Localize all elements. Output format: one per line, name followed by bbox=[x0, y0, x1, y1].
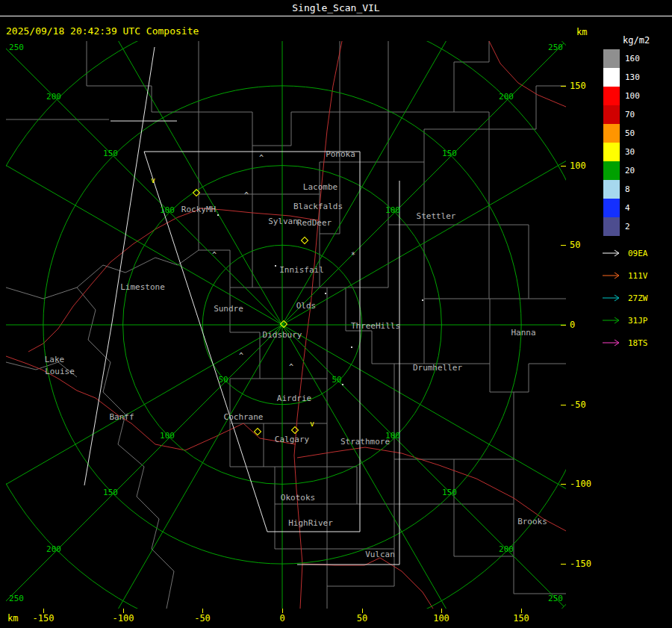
bottom-axis-unit: km bbox=[7, 613, 18, 624]
right-axis-tick bbox=[561, 86, 566, 87]
radar-legend-row: 09EA bbox=[602, 242, 648, 264]
radar-arrow-icon bbox=[602, 293, 624, 302]
azimuth-line bbox=[282, 43, 564, 325]
scale-value-label: 50 bbox=[625, 128, 635, 138]
town-caret-marker: ^ bbox=[259, 154, 264, 162]
radar-id-label: 27ZW bbox=[628, 293, 648, 303]
yellow-v-marker: v bbox=[151, 176, 155, 184]
radar-legend-row: 111V bbox=[602, 264, 648, 287]
radar-footprint-outlines bbox=[84, 47, 399, 565]
scale-level-row: 20 bbox=[603, 161, 640, 180]
bottom-axis-tick-label: -150 bbox=[33, 613, 55, 624]
scale-value-label: 130 bbox=[625, 72, 640, 82]
scale-level-row: 160 bbox=[603, 49, 640, 68]
scale-level-row: 30 bbox=[603, 143, 640, 161]
scale-value-label: 100 bbox=[625, 91, 640, 101]
bottom-axis-tick-label: 100 bbox=[433, 613, 449, 624]
radar-arrow-icon bbox=[602, 249, 624, 258]
bottom-axis-tick-label: -50 bbox=[194, 613, 211, 624]
scale-value-label: 8 bbox=[625, 184, 630, 194]
scale-level-row: 100 bbox=[603, 87, 640, 105]
right-axis-tick-label: 100 bbox=[570, 161, 586, 171]
scale-swatch bbox=[603, 161, 620, 180]
bottom-axis-tick-label: -100 bbox=[113, 613, 134, 624]
scale-value-label: 2 bbox=[625, 222, 630, 231]
radar-app-window: Single_Scan_VIL 2025/09/18 20:42:39 UTC … bbox=[0, 0, 672, 628]
town-dot-marker bbox=[342, 384, 343, 385]
scale-swatch bbox=[603, 68, 620, 87]
radar-map: vv^^^^^* PonokaLacombeBlackfaldsSylvanRe… bbox=[6, 41, 566, 609]
town-caret-marker: ^ bbox=[289, 363, 293, 371]
radar-legend-row: 31JP bbox=[602, 309, 648, 332]
town-dot-marker bbox=[275, 265, 276, 267]
town-star-marker: * bbox=[351, 251, 355, 259]
azimuth-line bbox=[6, 125, 282, 325]
scale-value-label: 4 bbox=[625, 203, 630, 213]
yellow-v-marker: v bbox=[310, 420, 314, 428]
town-caret-marker: ^ bbox=[244, 191, 249, 199]
scale-swatch bbox=[603, 199, 620, 217]
radar-site-marker bbox=[301, 237, 308, 243]
radar-id-label: 09EA bbox=[628, 249, 648, 258]
bottom-axis-tick-label: 150 bbox=[513, 613, 529, 624]
scale-swatch bbox=[603, 143, 620, 161]
radar-site-marker bbox=[291, 426, 298, 433]
map-markers: vv^^^^^* bbox=[151, 154, 423, 435]
radar-arrow-icon bbox=[602, 338, 624, 347]
town-dot-marker bbox=[325, 293, 326, 294]
town-dot-marker bbox=[422, 299, 423, 301]
right-axis-tick-label: -100 bbox=[570, 479, 591, 489]
scale-level-row: 50 bbox=[603, 124, 640, 143]
scale-level-row: 130 bbox=[603, 68, 640, 87]
right-axis-tick-label: -50 bbox=[570, 400, 586, 410]
azimuth-line bbox=[282, 41, 482, 325]
timestamp-label: 2025/09/18 20:42:39 UTC Composite bbox=[6, 25, 199, 37]
right-axis-tick-label: 150 bbox=[570, 81, 586, 91]
title-bar: Single_Scan_VIL bbox=[0, 0, 672, 16]
scale-value-label: 30 bbox=[625, 147, 635, 157]
town-caret-marker: ^ bbox=[212, 251, 217, 259]
scale-swatch bbox=[603, 87, 620, 105]
radar-legend-row: 27ZW bbox=[602, 287, 648, 309]
scale-swatch bbox=[603, 180, 620, 199]
scale-level-row: 4 bbox=[603, 199, 640, 217]
radar-legend-row: 18TS bbox=[602, 332, 648, 354]
scale-level-row: 70 bbox=[603, 105, 640, 124]
color-scale: 16013010070503020842 bbox=[603, 49, 640, 236]
right-axis-tick bbox=[561, 564, 566, 565]
scale-value-label: 70 bbox=[625, 110, 635, 119]
right-axis-tick bbox=[561, 405, 566, 405]
right-axis-tick bbox=[561, 325, 566, 326]
right-axis-unit: km bbox=[576, 27, 587, 37]
scale-swatch bbox=[603, 105, 620, 124]
town-dot-marker bbox=[351, 346, 352, 348]
radar-arrow-icon bbox=[602, 316, 624, 325]
scale-level-row: 2 bbox=[603, 217, 640, 236]
right-axis-tick-label: 50 bbox=[570, 240, 580, 250]
scale-swatch bbox=[603, 217, 620, 236]
radar-arrow-icon bbox=[602, 271, 624, 280]
radar-map-canvas: vv^^^^^* bbox=[6, 41, 566, 609]
scale-value-label: 160 bbox=[625, 54, 640, 63]
scale-unit-label: kg/m2 bbox=[623, 35, 650, 46]
town-caret-marker: ^ bbox=[239, 352, 243, 360]
town-dot-marker bbox=[217, 214, 219, 216]
scale-swatch bbox=[603, 124, 620, 143]
right-axis-tick bbox=[561, 484, 566, 485]
right-axis-tick-label: -150 bbox=[570, 559, 591, 569]
radar-id-label: 18TS bbox=[628, 338, 648, 348]
radar-site-legend: 09EA111V27ZW31JP18TS bbox=[602, 242, 648, 354]
bottom-axis-tick-label: 0 bbox=[279, 613, 284, 624]
right-axis-tick-label: 0 bbox=[570, 320, 575, 330]
bottom-axis-tick-label: 50 bbox=[357, 613, 367, 624]
scale-swatch bbox=[603, 49, 620, 68]
window-title: Single_Scan_VIL bbox=[292, 2, 379, 13]
right-axis-tick bbox=[561, 166, 566, 167]
radar-id-label: 31JP bbox=[628, 316, 648, 326]
scale-level-row: 8 bbox=[603, 180, 640, 199]
scale-value-label: 20 bbox=[625, 166, 635, 175]
radar-id-label: 111V bbox=[628, 271, 648, 281]
right-axis-tick bbox=[561, 245, 566, 246]
